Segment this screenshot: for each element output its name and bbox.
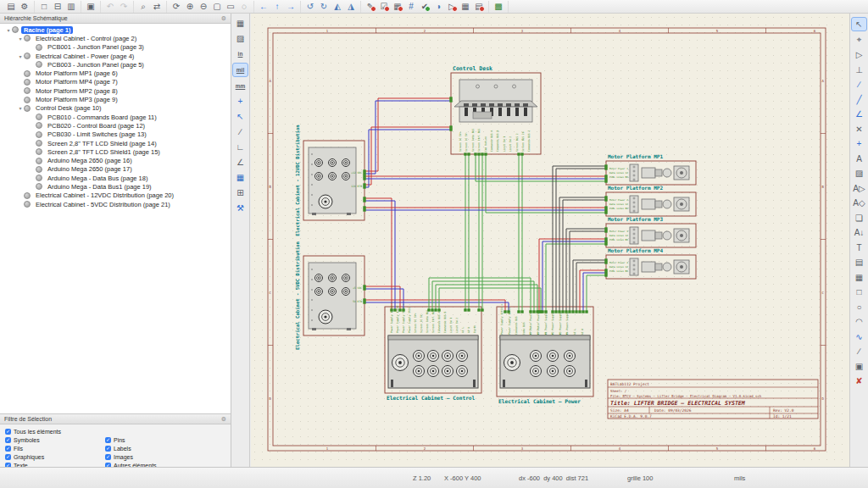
tree-item[interactable]: PCB010 - Commands Board (page 11) bbox=[0, 113, 231, 121]
find-icon[interactable]: ⌕ bbox=[136, 1, 150, 12]
panel-gear-icon[interactable]: ⚙ bbox=[221, 15, 226, 22]
net-label-tool-icon[interactable]: A bbox=[852, 152, 866, 165]
tree-item[interactable]: PCB020 - Control Board (page 12) bbox=[0, 121, 231, 130]
annotate-icon[interactable]: ✎ bbox=[364, 1, 377, 12]
tree-item[interactable]: Motor Platform MP4 (page 7) bbox=[0, 78, 231, 86]
ratsnest-icon[interactable]: ◑ bbox=[431, 1, 445, 12]
wire[interactable] bbox=[573, 260, 606, 312]
global-label-tool-icon[interactable]: A▷ bbox=[852, 182, 866, 195]
checkbox-icon[interactable]: ✓ bbox=[105, 454, 111, 460]
mirror-h-icon[interactable]: ◭ bbox=[331, 1, 344, 12]
symbol-fields-icon[interactable]: ▦ bbox=[391, 1, 404, 12]
image-tool-icon[interactable]: ▣ bbox=[852, 360, 866, 373]
place-power-port-tool-icon[interactable]: ⊥ bbox=[852, 64, 866, 76]
tree-item[interactable]: ▾Racine (page 1) bbox=[0, 25, 231, 34]
print-icon[interactable]: ⊟ bbox=[51, 1, 64, 12]
text-tool-icon[interactable]: T bbox=[852, 241, 866, 254]
checkbox-icon[interactable]: ✓ bbox=[5, 437, 11, 443]
tree-item[interactable]: Arduino Mega - Data Bus (page 18) bbox=[0, 174, 231, 182]
properties-panel-button-icon[interactable]: ⚒ bbox=[233, 202, 248, 214]
tree-item[interactable]: ▾Control Desk (page 10) bbox=[0, 104, 231, 113]
filter-checkbox[interactable]: ✓Fils bbox=[5, 444, 105, 452]
checkbox-icon[interactable]: ✓ bbox=[105, 437, 111, 443]
nav-up-icon[interactable]: ↑ bbox=[270, 1, 284, 12]
tree-item[interactable]: Arduino Mega 2650 (page 17) bbox=[0, 165, 231, 174]
place-symbol-tool-icon[interactable]: ▷ bbox=[852, 48, 866, 61]
tree-item[interactable]: Electrical Cabinet - 5VDC Distribution (… bbox=[0, 200, 231, 208]
schematic-drawing[interactable]: 112233445566AABBCCDDControl DeskElectric… bbox=[251, 14, 849, 468]
rotate-ccw-icon[interactable]: ↺ bbox=[303, 1, 317, 12]
refresh-icon[interactable]: ⟳ bbox=[170, 1, 183, 12]
textbox-tool-icon[interactable]: ▤ bbox=[852, 256, 866, 269]
tree-item[interactable]: Screen 2,8" TFT LCD Shield (page 14) bbox=[0, 139, 231, 147]
wire[interactable] bbox=[364, 198, 392, 310]
undo-icon[interactable]: ↶ bbox=[103, 1, 117, 12]
checkbox-icon[interactable]: ✓ bbox=[105, 446, 111, 452]
bus-entry-tool-icon[interactable]: ∠ bbox=[852, 108, 866, 120]
no-connect-tool-icon[interactable]: ✕ bbox=[852, 123, 866, 136]
tree-item[interactable]: Screen 2,8" TFT LCD Shield1 (page 15) bbox=[0, 147, 231, 156]
wire[interactable] bbox=[364, 98, 451, 171]
disclosure-triangle-icon[interactable]: ▾ bbox=[17, 36, 24, 42]
redo-icon[interactable]: ↷ bbox=[117, 1, 131, 12]
grid-dots-button-icon[interactable]: ▦ bbox=[233, 17, 248, 30]
filter-checkbox[interactable]: ✓Symboles bbox=[5, 435, 105, 444]
unit-mil-button-icon[interactable]: mil bbox=[232, 63, 248, 77]
select-tool-icon[interactable]: ↖ bbox=[851, 17, 867, 31]
erc-icon[interactable]: ☑ bbox=[377, 1, 391, 12]
wire-free-angle-button-icon[interactable]: ∕ bbox=[233, 125, 248, 138]
filter-checkbox[interactable]: ✓Images bbox=[105, 452, 205, 461]
filter-checkbox[interactable]: ✓Labels bbox=[105, 444, 205, 452]
unit-mm-button-icon[interactable]: mm bbox=[233, 80, 248, 92]
hierarchical-label-tool-icon[interactable]: A◇ bbox=[852, 197, 866, 209]
bezier-tool-icon[interactable]: ∿ bbox=[852, 330, 866, 343]
tree-item[interactable]: ▾Electrical Cabinet - Control (page 2) bbox=[0, 34, 231, 42]
tree-item[interactable]: Motor Platform MP1 (page 6) bbox=[0, 69, 231, 77]
crosshair-cursor-button-icon[interactable]: + bbox=[233, 95, 248, 108]
tree-item[interactable]: PCB003 - Junction Panel (page 5) bbox=[0, 60, 231, 69]
plot-icon[interactable]: ▥ bbox=[64, 1, 78, 12]
selection-filter-button-icon[interactable]: ↖ bbox=[233, 110, 248, 123]
disclosure-triangle-icon[interactable]: ▾ bbox=[17, 53, 24, 59]
wire[interactable] bbox=[570, 231, 606, 312]
wire-45deg-button-icon[interactable]: ∠ bbox=[233, 156, 248, 169]
zoom-selection-icon[interactable]: ◌ bbox=[237, 1, 251, 12]
wire[interactable] bbox=[587, 275, 606, 312]
open-pcb-editor-icon[interactable]: ▩ bbox=[492, 1, 505, 12]
import-sheet-pin-tool-icon[interactable]: A↓ bbox=[852, 226, 866, 239]
checkbox-icon[interactable]: ✓ bbox=[5, 454, 11, 460]
tree-item[interactable]: Motor Platform MP3 (page 9) bbox=[0, 95, 231, 103]
disclosure-triangle-icon[interactable]: ▾ bbox=[5, 27, 12, 33]
checkbox-icon[interactable]: ✓ bbox=[5, 429, 11, 435]
rotate-cw-icon[interactable]: ↻ bbox=[317, 1, 331, 12]
filter-checkbox[interactable]: ✓Graphiques bbox=[5, 452, 105, 461]
filter-checkbox[interactable]: ✓Tous les éléments bbox=[5, 427, 105, 435]
bom-export-icon[interactable]: ▤ bbox=[472, 1, 486, 12]
grid-settings-button-icon[interactable]: ▨ bbox=[233, 32, 248, 45]
delete-tool-icon[interactable]: ✘ bbox=[852, 374, 866, 387]
tree-item[interactable]: Motor Platform MP2 (page 8) bbox=[0, 86, 231, 95]
disclosure-triangle-icon[interactable]: ▾ bbox=[17, 105, 24, 111]
hierarchy-navigator-button-icon[interactable]: ▦ bbox=[233, 171, 248, 184]
tree-item[interactable]: PCB001 - Junction Panel (page 3) bbox=[0, 43, 231, 52]
wire[interactable] bbox=[486, 154, 606, 213]
bulk-edit-icon[interactable]: # bbox=[404, 1, 418, 12]
zoom-in-icon[interactable]: ⊕ bbox=[183, 1, 197, 12]
wire[interactable] bbox=[364, 201, 395, 310]
draw-wire-tool-icon[interactable]: ∕ bbox=[852, 78, 866, 91]
zoom-page-icon[interactable]: ▭ bbox=[224, 1, 237, 12]
directive-label-tool-icon[interactable]: ▨ bbox=[852, 167, 866, 180]
tree-item[interactable]: Electrical Cabinet - 12VDC Distribution … bbox=[0, 191, 231, 200]
wire[interactable] bbox=[364, 101, 451, 174]
tree-item[interactable]: Arduino Mega - Data Bus1 (page 19) bbox=[0, 182, 231, 191]
tree-item[interactable]: ▾Electrical Cabinet - Power (page 4) bbox=[0, 52, 231, 60]
fields-table-icon[interactable]: ▦ bbox=[459, 1, 472, 12]
new-sheet-icon[interactable]: □ bbox=[37, 1, 51, 12]
unit-inch-button-icon[interactable]: in bbox=[233, 47, 248, 60]
junction-tool-icon[interactable]: + bbox=[852, 137, 866, 150]
table-tool-icon[interactable]: ▦ bbox=[852, 271, 866, 284]
wire-90deg-button-icon[interactable]: ∟ bbox=[233, 141, 248, 153]
mirror-v-icon[interactable]: ◮ bbox=[344, 1, 358, 12]
save-icon[interactable]: ▤ bbox=[4, 1, 18, 12]
nav-back-icon[interactable]: ← bbox=[257, 1, 270, 12]
